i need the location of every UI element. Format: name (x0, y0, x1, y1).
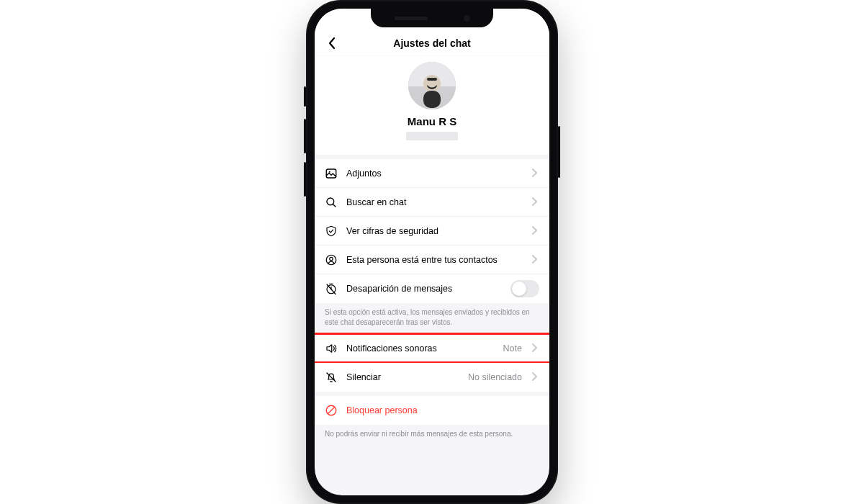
row-label: Adjuntos (346, 168, 523, 179)
disappearing-help-text: Si esta opción está activa, los mensajes… (315, 303, 549, 330)
toggle-knob (512, 282, 526, 296)
chat-settings-screen: Ajustes del chat Manu R S (315, 9, 549, 495)
block-help-text: No podrás enviar ni recibir más mensajes… (315, 425, 549, 442)
row-safety-numbers[interactable]: Ver cifras de seguridad (315, 217, 549, 246)
chevron-right-icon (532, 225, 539, 238)
settings-section-block: Bloquear persona (315, 396, 549, 425)
phone-volume-up (304, 119, 306, 153)
profile-name: Manu R S (315, 115, 549, 127)
row-attachments[interactable]: Adjuntos (315, 159, 549, 188)
phone-power-button (558, 126, 560, 178)
svg-point-6 (329, 171, 330, 172)
image-icon (325, 167, 338, 180)
svg-line-17 (328, 408, 335, 414)
disappearing-toggle[interactable] (510, 280, 539, 297)
row-block-person[interactable]: Bloquear persona (315, 396, 549, 425)
block-icon (325, 404, 338, 417)
chevron-right-icon (532, 342, 539, 355)
row-label: Bloquear persona (346, 405, 539, 415)
svg-line-8 (333, 204, 336, 207)
avatar-image (408, 62, 456, 109)
chevron-right-icon (532, 196, 539, 209)
row-label: Buscar en chat (346, 197, 523, 207)
svg-point-10 (330, 257, 333, 261)
back-button[interactable] (323, 35, 341, 52)
row-label: Ver cifras de seguridad (346, 226, 523, 236)
page-title: Ajustes del chat (315, 37, 549, 49)
settings-section-general: Adjuntos Buscar en chat (315, 159, 549, 303)
row-label: Notificaciones sonoras (346, 343, 495, 354)
settings-section-notifications: Notificaciones sonoras Note Silenciar No… (315, 334, 549, 392)
svg-rect-3 (423, 91, 441, 108)
svg-point-2 (423, 75, 441, 92)
phone-volume-down (304, 162, 306, 197)
phone-notch (371, 9, 493, 27)
row-mute[interactable]: Silenciar No silenciado (315, 363, 549, 392)
phone-screen: Ajustes del chat Manu R S (315, 9, 549, 495)
chevron-left-icon (328, 37, 336, 50)
profile-subtitle-redacted (406, 132, 458, 140)
row-label: Silenciar (346, 372, 459, 382)
row-search-in-chat[interactable]: Buscar en chat (315, 188, 549, 217)
row-sound-notifications[interactable]: Notificaciones sonoras Note (315, 334, 549, 363)
chevron-right-icon (532, 253, 539, 266)
bell-off-icon (325, 371, 338, 384)
speaker-icon (325, 342, 338, 355)
row-value: No silenciado (468, 372, 522, 382)
svg-rect-4 (427, 78, 437, 81)
avatar[interactable] (408, 62, 456, 109)
svg-point-9 (326, 255, 336, 265)
search-icon (325, 196, 338, 209)
row-value: Note (503, 343, 522, 354)
profile-block: Manu R S (315, 56, 549, 155)
row-label: Desaparición de mensajes (346, 284, 502, 294)
row-disappearing-messages[interactable]: Desaparición de mensajes (315, 274, 549, 303)
svg-line-15 (327, 373, 336, 382)
phone-mute-switch (304, 86, 306, 107)
phone-frame: Ajustes del chat Manu R S (306, 0, 558, 504)
row-in-contacts[interactable]: Esta persona está entre tus contactos (315, 246, 549, 274)
chevron-right-icon (532, 167, 539, 180)
svg-rect-5 (326, 169, 336, 178)
row-label: Esta persona está entre tus contactos (346, 255, 523, 265)
timer-off-icon (325, 282, 338, 295)
contact-icon (325, 253, 338, 266)
shield-check-icon (325, 225, 338, 238)
chevron-right-icon (532, 371, 539, 384)
